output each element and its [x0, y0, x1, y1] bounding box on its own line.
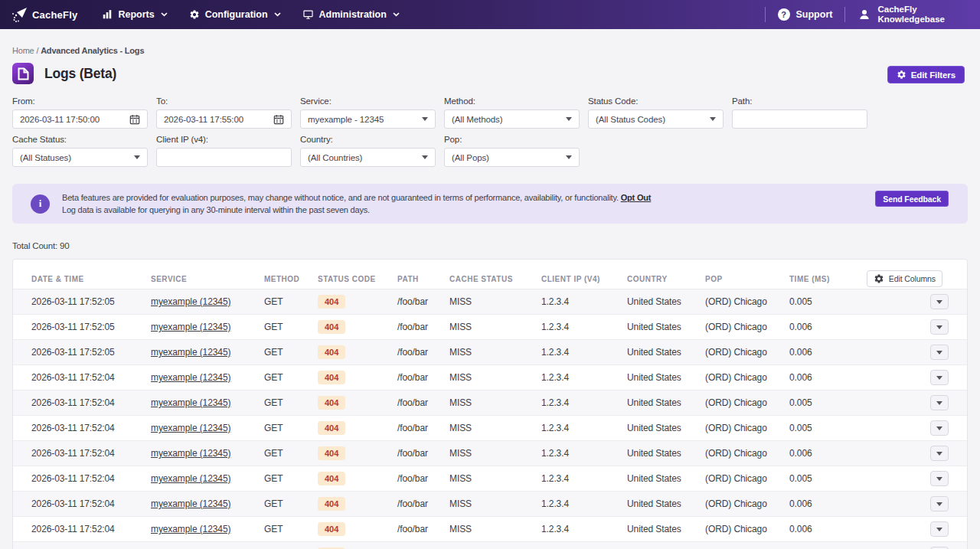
table-row: 2026-03-11 17:52:04myexample (12345)GET4…	[13, 365, 967, 391]
filter-label: From:	[12, 96, 148, 107]
opt-out-link[interactable]: Opt Out	[621, 193, 652, 202]
client-ip-input-wrap	[156, 148, 292, 167]
caret-down-icon	[566, 155, 572, 159]
send-feedback-button[interactable]: Send Feedback	[875, 191, 949, 207]
knowledgebase-menu[interactable]: CacheFly Knowledgebase	[858, 5, 945, 25]
service-link[interactable]: myexample (12345)	[151, 498, 230, 509]
service-link[interactable]: myexample (12345)	[151, 397, 230, 408]
path-input[interactable]	[740, 115, 860, 124]
row-actions-button[interactable]	[930, 471, 949, 486]
cell-datetime: 2026-03-11 17:52:04	[31, 524, 151, 534]
cell-path: /foo/bar	[397, 296, 449, 307]
cell-method: GET	[264, 423, 318, 433]
filter-label: Country:	[300, 135, 436, 145]
field-value: (All Methods)	[452, 115, 502, 124]
row-actions-button[interactable]	[930, 395, 949, 410]
cell-country: United States	[627, 347, 705, 358]
service-link[interactable]: myexample (12345)	[151, 296, 230, 307]
cell-cache-status: MISS	[449, 473, 541, 484]
cell-path: /foo/bar	[397, 448, 449, 459]
top-navbar: CacheFly ReportsConfigurationAdministrat…	[0, 0, 980, 29]
service-link[interactable]: myexample (12345)	[151, 423, 230, 433]
row-actions-button[interactable]	[930, 345, 949, 360]
calendar-icon	[273, 114, 284, 125]
status-code-select[interactable]: (All Status Codes)	[588, 109, 724, 129]
method-select[interactable]: (All Methods)	[444, 109, 580, 129]
cell-client-ip: 1.2.3.4	[541, 448, 627, 459]
nav-menu-reports[interactable]: Reports	[102, 9, 167, 20]
cell-pop: (ORD) Chicago	[705, 296, 789, 307]
service-select[interactable]: myexample - 12345	[300, 109, 436, 129]
cell-pop: (ORD) Chicago	[705, 524, 789, 534]
cell-method: GET	[264, 448, 318, 459]
edit-columns-button[interactable]: Edit Columns	[867, 270, 942, 287]
support-label: Support	[796, 9, 833, 20]
client-ip-input[interactable]	[164, 153, 284, 162]
breadcrumb-home[interactable]: Home	[12, 46, 34, 55]
cell-client-ip: 1.2.3.4	[541, 347, 627, 358]
path-input-wrap	[732, 109, 867, 129]
cell-time-ms: 0.006	[789, 524, 890, 534]
field-value: (All Statuses)	[20, 153, 71, 162]
row-actions-button[interactable]	[930, 446, 949, 461]
status-code-badge: 404	[318, 371, 345, 384]
cache-status-select[interactable]: (All Statuses)	[12, 148, 148, 167]
service-link[interactable]: myexample (12345)	[151, 322, 230, 332]
breadcrumb: Home / Advanced Analytics - Logs	[12, 46, 968, 56]
field-value: 2026-03-11 17:50:00	[20, 115, 100, 124]
cell-method: GET	[264, 322, 318, 332]
nav-menu-label: Reports	[118, 9, 154, 20]
filter-label: Status Code:	[588, 96, 724, 107]
person-icon	[858, 8, 871, 21]
cell-time-ms: 0.005	[789, 473, 890, 484]
cell-client-ip: 1.2.3.4	[541, 498, 627, 509]
status-code-badge: 404	[318, 472, 345, 485]
cell-client-ip: 1.2.3.4	[541, 423, 627, 433]
row-actions-button[interactable]	[930, 319, 949, 335]
cell-pop: (ORD) Chicago	[705, 372, 789, 383]
to-input[interactable]: 2026-03-11 17:55:00	[156, 109, 292, 129]
info-circle-icon: i	[31, 194, 50, 214]
column-header: STATUS CODE	[318, 275, 397, 283]
service-link[interactable]: myexample (12345)	[151, 524, 230, 534]
cell-client-ip: 1.2.3.4	[541, 322, 627, 332]
row-actions-button[interactable]	[930, 521, 949, 537]
service-link[interactable]: myexample (12345)	[151, 347, 230, 358]
country-select[interactable]: (All Countries)	[300, 148, 436, 167]
cell-cache-status: MISS	[449, 423, 541, 433]
service-link[interactable]: myexample (12345)	[151, 448, 230, 459]
gear-icon	[189, 9, 200, 20]
nav-menu-label: Configuration	[205, 9, 268, 20]
cell-cache-status: MISS	[449, 347, 541, 358]
from-input[interactable]: 2026-03-11 17:50:00	[12, 109, 148, 129]
cell-country: United States	[627, 372, 705, 383]
row-actions-button[interactable]	[930, 294, 949, 309]
cell-datetime: 2026-03-11 17:52:05	[31, 296, 151, 307]
nav-menu-label: Administration	[319, 9, 387, 20]
cachefly-logo[interactable]: CacheFly	[9, 5, 77, 25]
service-link[interactable]: myexample (12345)	[151, 473, 230, 484]
cell-time-ms: 0.005	[789, 296, 890, 307]
cell-method: GET	[264, 296, 318, 307]
row-actions-button[interactable]	[930, 496, 949, 511]
filter-label: Cache Status:	[12, 135, 148, 145]
field-value: (All Pops)	[452, 153, 489, 162]
cell-path: /foo/bar	[397, 473, 449, 484]
cell-pop: (ORD) Chicago	[705, 473, 789, 484]
cell-path: /foo/bar	[397, 322, 449, 332]
nav-menu-administration[interactable]: Administration	[302, 9, 400, 20]
pop-select[interactable]: (All Pops)	[444, 148, 580, 167]
cell-pop: (ORD) Chicago	[705, 397, 789, 408]
cell-country: United States	[627, 322, 705, 332]
cell-datetime: 2026-03-11 17:52:04	[31, 473, 151, 484]
row-actions-button[interactable]	[930, 370, 949, 385]
chevron-down-icon	[274, 12, 281, 17]
cell-time-ms: 0.005	[789, 397, 890, 408]
support-menu[interactable]: ? Support	[778, 8, 833, 21]
service-link[interactable]: myexample (12345)	[151, 372, 230, 383]
row-actions-button[interactable]	[930, 420, 949, 436]
cell-pop: (ORD) Chicago	[705, 423, 789, 433]
nav-menu-configuration[interactable]: Configuration	[189, 9, 281, 20]
page-title: Logs (Beta)	[44, 66, 116, 82]
edit-filters-button[interactable]: Edit Filters	[887, 66, 965, 83]
